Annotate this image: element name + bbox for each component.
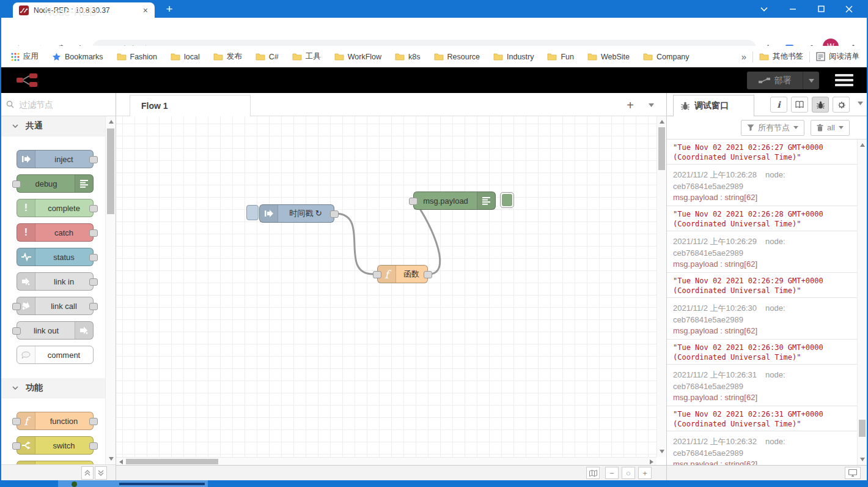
apps-shortcut[interactable]: 应用 [11, 51, 39, 62]
input-port[interactable] [12, 327, 21, 335]
debug-toggle-button[interactable] [500, 192, 514, 208]
bookmark-folder[interactable]: 工具 [292, 51, 321, 62]
debug-message-payload[interactable]: "Tue Nov 02 2021 02:26:27 GMT+0000 (Coor… [667, 139, 857, 164]
debug-property[interactable]: msg.payload : string[62] [673, 325, 851, 336]
debug-message-payload[interactable]: "Tue Nov 02 2021 02:26:30 GMT+0000 (Coor… [667, 339, 857, 364]
palette-search-input[interactable] [18, 99, 100, 110]
zoom-reset-button[interactable]: ○ [622, 467, 635, 479]
bookmark-folder[interactable]: C# [256, 53, 279, 61]
bookmark-folder[interactable]: Fun [547, 53, 574, 61]
canvas-node-debug[interactable]: msg.payload [413, 191, 496, 210]
input-port[interactable] [12, 303, 21, 310]
debug-property[interactable]: msg.payload : string[62] [673, 259, 851, 270]
debug-message-meta[interactable]: 2021/11/2 上午10:26:28node: ceb76841e5ae29… [667, 164, 857, 206]
bookmark-folder[interactable]: k8s [395, 53, 420, 61]
new-tab-button[interactable]: + [161, 1, 177, 17]
output-port[interactable] [424, 271, 432, 278]
debug-property[interactable]: msg.payload : string[62] [673, 392, 851, 403]
flow-tab[interactable]: Flow 1 [130, 95, 251, 116]
taskbar-preview[interactable] [58, 480, 208, 487]
main-menu-icon[interactable] [835, 74, 853, 89]
debug-filter-button[interactable]: 所有节点 [741, 120, 804, 136]
output-port[interactable] [89, 303, 98, 310]
open-debug-window-button[interactable] [845, 467, 861, 479]
palette-category-common[interactable]: 共通 [0, 116, 105, 136]
palette-node-link-out[interactable]: link out [17, 321, 94, 340]
bookmark-folder[interactable]: Resource [434, 53, 480, 61]
debug-message-list[interactable]: "Tue Nov 02 2021 02:26:27 GMT+0000 (Coor… [667, 139, 857, 465]
canvas-node-inject[interactable]: 时间戳 ↻ [259, 204, 334, 223]
bookmark-folder[interactable]: Fashion [117, 53, 157, 61]
palette-node-link-in[interactable]: link in [17, 272, 94, 291]
scrollbar-thumb[interactable] [107, 128, 114, 214]
deploy-options-caret[interactable] [803, 72, 819, 89]
canvas-hscrollbar[interactable] [116, 457, 657, 465]
input-port[interactable] [373, 271, 381, 278]
palette-node-comment[interactable]: comment [17, 346, 94, 364]
palette-node-complete[interactable]: ! complete [17, 199, 94, 217]
scroll-up-icon[interactable] [660, 120, 664, 124]
close-window-button[interactable] [836, 0, 862, 18]
palette-search[interactable] [0, 93, 116, 116]
maximize-button[interactable] [808, 0, 834, 18]
debug-scrollbar[interactable] [857, 139, 867, 465]
output-port[interactable] [89, 278, 98, 286]
minimize-button[interactable] [780, 0, 806, 18]
scroll-down-icon[interactable] [660, 450, 664, 453]
scroll-right-icon[interactable] [650, 459, 653, 464]
bookmark-folder[interactable]: Company [643, 53, 690, 61]
scroll-up-icon[interactable] [109, 120, 114, 124]
tab-close-icon[interactable]: × [141, 6, 150, 15]
tab-debug[interactable]: 调试窗口 [673, 95, 754, 116]
output-port[interactable] [89, 254, 98, 261]
sidebar-menu-caret[interactable] [858, 102, 863, 105]
palette-node-function[interactable]: f function [17, 412, 94, 430]
palette-node-status[interactable]: status [17, 248, 94, 266]
bookmarks-overflow-chevron[interactable]: » [741, 51, 746, 62]
settings-tab-button[interactable] [833, 97, 850, 113]
bookmark-folder[interactable]: local [171, 53, 200, 61]
debug-clear-button[interactable]: all [811, 120, 850, 136]
debug-message-payload[interactable]: "Tue Nov 02 2021 02:26:28 GMT+0000 (Coor… [667, 206, 857, 231]
add-flow-button[interactable]: + [622, 98, 638, 113]
bookmark-folder[interactable]: WorkFlow [334, 53, 381, 61]
canvas-node-function[interactable]: f 函数 [377, 265, 428, 283]
zoom-in-button[interactable]: + [638, 467, 652, 479]
output-port[interactable] [89, 229, 98, 237]
input-port[interactable] [12, 180, 21, 188]
debug-tab-button[interactable] [812, 97, 829, 113]
input-port[interactable] [12, 442, 21, 450]
scrollbar-thumb[interactable] [126, 459, 218, 464]
palette-node-inject[interactable]: inject [17, 150, 94, 168]
palette-node-switch[interactable]: switch [17, 436, 94, 455]
zoom-out-button[interactable]: − [605, 467, 619, 479]
navigator-button[interactable] [586, 467, 600, 479]
info-tab-button[interactable]: i [770, 97, 787, 113]
bookmark-folder[interactable]: Industry [493, 53, 534, 61]
palette-category-function[interactable]: 功能 [0, 378, 105, 398]
output-port[interactable] [89, 442, 98, 450]
help-tab-button[interactable] [791, 97, 808, 113]
debug-property[interactable]: msg.payload : string[62] [673, 192, 851, 203]
debug-message-payload[interactable]: "Tue Nov 02 2021 02:26:31 GMT+0000 (Coor… [667, 406, 857, 431]
debug-message-payload[interactable]: "Tue Nov 02 2021 02:26:29 GMT+0000 (Coor… [667, 272, 857, 297]
bookmark-folder[interactable]: 发布 [213, 51, 242, 62]
debug-message-meta[interactable]: 2021/11/2 上午10:26:29node: ceb76841e5ae29… [667, 231, 857, 272]
bookmark-item-starred[interactable]: Bookmarks [52, 53, 103, 61]
tab-search-icon[interactable] [751, 0, 777, 18]
scroll-left-icon[interactable] [119, 459, 123, 464]
palette-node-debug[interactable]: debug [17, 174, 94, 193]
debug-message-meta[interactable]: 2021/11/2 上午10:26:31node: ceb76841e5ae29… [667, 364, 857, 406]
palette-node-link-call[interactable]: link call [17, 297, 94, 315]
output-port[interactable] [89, 418, 98, 425]
scroll-down-icon[interactable] [109, 457, 114, 461]
input-port[interactable] [12, 418, 21, 425]
expand-all-button[interactable] [95, 466, 107, 480]
deploy-button[interactable]: 部署 [747, 72, 819, 89]
flow-canvas[interactable]: 时间戳 ↻ msg.payload f 函数 [116, 116, 657, 457]
scroll-up-icon[interactable] [860, 143, 865, 147]
input-port[interactable] [409, 198, 417, 205]
bookmark-folder[interactable]: WebSite [587, 53, 630, 61]
scroll-down-icon[interactable] [860, 458, 865, 461]
debug-message-meta[interactable]: 2021/11/2 上午10:26:30node: ceb76841e5ae29… [667, 297, 857, 339]
